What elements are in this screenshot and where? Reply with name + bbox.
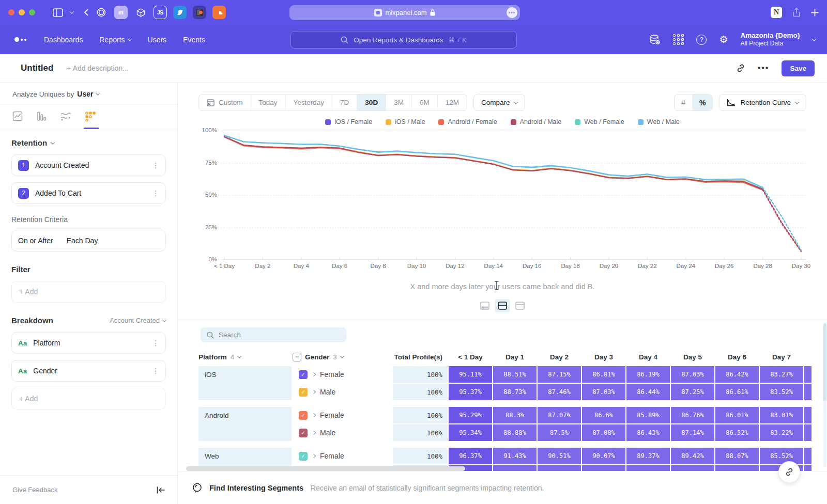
date-range-today[interactable]: Today xyxy=(251,94,286,111)
day-column-header[interactable]: Day 7 xyxy=(760,353,803,361)
total-profiles-header[interactable]: Total Profile(s) xyxy=(393,353,448,361)
legend-item[interactable]: iOS / Female xyxy=(325,118,372,125)
breakdown-add-button[interactable]: + Add xyxy=(11,388,166,410)
legend-item[interactable]: Web / Female xyxy=(575,118,624,125)
url-bar[interactable]: mixpanel.com ••• xyxy=(289,5,520,20)
horizontal-scrollbar[interactable] xyxy=(186,466,465,471)
breakdown-kebab-icon[interactable]: ⋮ xyxy=(152,341,159,344)
day-column-header[interactable]: Day 4 xyxy=(626,353,670,361)
table-search-input[interactable]: Search xyxy=(201,327,346,342)
day-column-header[interactable]: Day 5 xyxy=(671,353,714,361)
expand-row-icon[interactable] xyxy=(312,454,315,458)
more-options-icon[interactable]: ••• xyxy=(758,64,770,73)
expand-row-icon[interactable] xyxy=(312,431,315,434)
legend-item[interactable]: iOS / Male xyxy=(386,118,425,125)
gender-checkbox[interactable]: ✓ xyxy=(299,429,308,437)
vertical-scrollbar-thumb[interactable] xyxy=(823,323,826,401)
legend-item[interactable]: Android / Male xyxy=(511,118,562,125)
date-range-custom[interactable]: Custom xyxy=(199,94,251,111)
org-switcher[interactable]: Amazonia {Demo} All Project Data xyxy=(740,32,800,48)
day-column-header[interactable]: < 1 Day xyxy=(449,353,492,361)
give-feedback-link[interactable]: Give Feedback xyxy=(12,486,57,494)
nav-dashboards[interactable]: Dashboards xyxy=(44,36,83,44)
chevron-down-icon[interactable] xyxy=(70,11,73,14)
date-range-yesterday[interactable]: Yesterday xyxy=(286,94,333,111)
share-icon[interactable] xyxy=(792,8,801,17)
nav-reports[interactable]: Reports xyxy=(100,36,131,44)
date-range-6m[interactable]: 6M xyxy=(412,94,438,111)
notebook-app-icon[interactable] xyxy=(193,6,206,19)
report-title[interactable]: Untitled xyxy=(21,63,53,73)
compare-button[interactable]: Compare xyxy=(473,94,526,111)
maximize-window-button[interactable] xyxy=(29,9,35,15)
analyze-value[interactable]: User xyxy=(77,90,93,98)
collapse-sidebar-icon[interactable] xyxy=(157,486,165,494)
minimize-window-button[interactable] xyxy=(19,9,25,15)
platform-column-header[interactable]: Platform 4 xyxy=(198,353,292,361)
gender-checkbox[interactable]: ✓ xyxy=(299,388,308,397)
close-window-button[interactable] xyxy=(8,9,14,15)
new-tab-icon[interactable] xyxy=(811,9,819,17)
cube-app-icon[interactable] xyxy=(134,6,147,19)
date-range-12m[interactable]: 12M xyxy=(438,94,467,111)
breakdown-gender[interactable]: Aa Gender ⋮ xyxy=(11,360,166,382)
breakdown-kebab-icon[interactable]: ⋮ xyxy=(152,369,159,372)
gender-select-all-checkbox[interactable]: − xyxy=(293,353,301,361)
view-chart-only-button[interactable] xyxy=(477,299,493,312)
gender-column-header[interactable]: − Gender 3 xyxy=(293,353,392,361)
retention-chart[interactable] xyxy=(221,131,806,260)
circle-app-icon[interactable] xyxy=(95,6,108,19)
sidebar-toggle-icon[interactable] xyxy=(53,8,63,17)
nav-events[interactable]: Events xyxy=(183,36,205,44)
tab-flows[interactable] xyxy=(60,111,71,129)
chart-type-dropdown[interactable]: Retention Curve xyxy=(719,94,806,111)
date-range-30d[interactable]: 30D xyxy=(357,94,386,111)
format-number-option[interactable]: # xyxy=(675,94,693,111)
soundcloud-app-icon[interactable] xyxy=(212,6,226,19)
day-column-header[interactable]: Day 2 xyxy=(538,353,581,361)
expand-row-icon[interactable] xyxy=(312,373,315,376)
segments-title[interactable]: Find Interesting Segments xyxy=(209,484,303,492)
filter-add-button[interactable]: + Add xyxy=(11,281,166,303)
day-column-header[interactable]: Day 6 xyxy=(715,353,759,361)
m-app-icon[interactable]: m xyxy=(114,6,128,19)
data-management-icon[interactable] xyxy=(649,34,661,45)
save-button[interactable]: Save xyxy=(782,60,815,76)
tab-retention[interactable] xyxy=(85,111,96,129)
tab-insights[interactable] xyxy=(12,111,23,129)
expand-row-icon[interactable] xyxy=(312,414,315,417)
breakdown-scope-dropdown[interactable]: Account Created xyxy=(110,317,166,324)
day-column-header[interactable]: Day 1 xyxy=(493,353,537,361)
retention-step-2[interactable]: 2 Added To Cart ⋮ xyxy=(11,182,166,204)
global-search[interactable]: Open Reports & Dashboards ⌘ + K xyxy=(290,31,517,49)
copy-link-icon[interactable] xyxy=(736,64,745,73)
view-table-only-button[interactable] xyxy=(512,299,528,312)
step-kebab-icon[interactable]: ⋮ xyxy=(152,192,159,195)
notion-icon[interactable]: N xyxy=(771,7,782,18)
js-app-icon[interactable]: JS xyxy=(154,6,167,19)
legend-item[interactable]: Web / Male xyxy=(638,118,680,125)
settings-gear-icon[interactable]: ⚙ xyxy=(719,34,728,45)
date-range-3m[interactable]: 3M xyxy=(386,94,412,111)
tab-funnels[interactable] xyxy=(36,111,47,129)
legend-item[interactable]: Android / Female xyxy=(438,118,497,125)
step-kebab-icon[interactable]: ⋮ xyxy=(152,164,159,167)
apps-grid-icon[interactable] xyxy=(673,34,684,45)
url-ellipsis-button[interactable]: ••• xyxy=(507,7,517,18)
retention-step-1[interactable]: 1 Account Created ⋮ xyxy=(11,154,166,176)
help-icon[interactable]: ? xyxy=(696,35,707,45)
retention-criteria-card[interactable]: On or After Each Day xyxy=(11,230,166,251)
share-link-fab[interactable] xyxy=(778,461,800,483)
retention-section-header[interactable]: Retention xyxy=(11,138,166,147)
breakdown-platform[interactable]: Aa Platform ⋮ xyxy=(11,332,166,354)
gender-checkbox[interactable]: ✓ xyxy=(299,370,308,379)
expand-row-icon[interactable] xyxy=(312,390,315,393)
gender-checkbox[interactable]: ✓ xyxy=(299,452,308,461)
day-column-header[interactable]: Day 3 xyxy=(582,353,625,361)
view-split-button[interactable] xyxy=(495,299,510,312)
bird-app-icon[interactable] xyxy=(173,6,187,19)
gender-checkbox[interactable]: ✓ xyxy=(299,411,308,420)
date-range-7d[interactable]: 7D xyxy=(332,94,357,111)
format-percent-option[interactable]: % xyxy=(693,94,712,111)
back-icon[interactable] xyxy=(84,9,88,16)
